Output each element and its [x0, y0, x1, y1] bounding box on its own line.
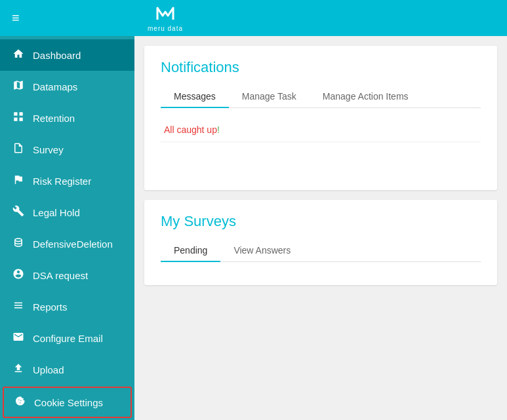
sidebar-item-label: Upload — [33, 364, 64, 375]
logo: meru data — [148, 4, 183, 32]
sidebar-item-survey[interactable]: Survey — [0, 134, 134, 165]
notifications-title: Notifications — [161, 59, 481, 76]
notifications-tabs: Messages Manage Task Manage Action Items — [161, 86, 481, 108]
sidebar-item-label: Cookie Settings — [34, 397, 103, 408]
sidebar-item-label: Legal Hold — [33, 207, 80, 218]
grid-icon — [12, 111, 25, 125]
dsa-icon — [12, 268, 25, 282]
tab-pending[interactable]: Pending — [161, 240, 220, 262]
tab-view-answers[interactable]: View Answers — [220, 240, 304, 262]
top-bar: meru data — [134, 0, 507, 36]
tab-manage-task[interactable]: Manage Task — [229, 86, 310, 108]
sidebar-item-cookie-settings[interactable]: Cookie Settings — [3, 387, 132, 418]
content-area: Notifications Messages Manage Task Manag… — [134, 36, 507, 420]
sidebar-item-label: Reports — [33, 301, 68, 313]
sidebar-item-dashboard[interactable]: Dashboard — [0, 39, 134, 71]
caught-up-exclaim: ! — [217, 124, 220, 135]
sidebar-item-label: Datamaps — [33, 81, 77, 92]
surveys-title: My Surveys — [161, 213, 481, 230]
surveys-panel: My Surveys Pending View Answers — [144, 200, 497, 285]
caught-up-text: All caught up — [164, 124, 217, 135]
sidebar-item-risk-register[interactable]: Risk Register — [0, 165, 134, 197]
sidebar-item-reports[interactable]: Reports — [0, 291, 134, 322]
sidebar-item-label: Retention — [33, 113, 75, 124]
tab-manage-action-items[interactable]: Manage Action Items — [310, 86, 422, 108]
main-area: meru data Notifications Messages Manage … — [134, 0, 507, 420]
sidebar-item-label: DSA request — [33, 270, 88, 281]
map-icon — [12, 79, 25, 94]
database-icon — [12, 237, 25, 251]
file-icon — [12, 142, 25, 157]
upload-icon — [12, 362, 25, 377]
sidebar-item-dsa-request[interactable]: DSA request — [0, 259, 134, 291]
sidebar-item-label: Survey — [33, 144, 64, 155]
logo-text: meru data — [148, 25, 183, 32]
mail-icon — [12, 331, 25, 345]
hamburger-menu-icon[interactable]: ≡ — [12, 10, 20, 26]
cookie-icon — [13, 395, 26, 410]
sidebar-item-label: Configure Email — [33, 333, 103, 344]
sidebar-item-datamaps[interactable]: Datamaps — [0, 71, 134, 102]
sidebar-header: ≡ — [0, 0, 134, 36]
sidebar-item-retention[interactable]: Retention — [0, 102, 134, 134]
tab-messages[interactable]: Messages — [161, 86, 229, 108]
sidebar-item-upload[interactable]: Upload — [0, 354, 134, 385]
sidebar-item-label: Dashboard — [33, 50, 81, 61]
sidebar-item-label: DefensiveDeletion — [33, 239, 113, 250]
sidebar-item-defensive-deletion[interactable]: DefensiveDeletion — [0, 228, 134, 259]
sidebar-item-legal-hold[interactable]: Legal Hold — [0, 197, 134, 228]
notification-message: All caught up! — [161, 118, 481, 142]
notifications-panel: Notifications Messages Manage Task Manag… — [144, 46, 497, 190]
sidebar-nav: Dashboard Datamaps Retention Survey — [0, 36, 134, 420]
surveys-tabs: Pending View Answers — [161, 240, 481, 262]
logo-icon — [155, 4, 176, 25]
sidebar: ≡ Dashboard Datamaps Retention — [0, 0, 134, 420]
home-icon — [12, 48, 25, 62]
reports-icon — [12, 299, 25, 314]
sidebar-item-label: Risk Register — [33, 176, 91, 187]
flag-icon — [12, 174, 25, 188]
tool-icon — [12, 205, 25, 220]
sidebar-item-configure-email[interactable]: Configure Email — [0, 322, 134, 354]
